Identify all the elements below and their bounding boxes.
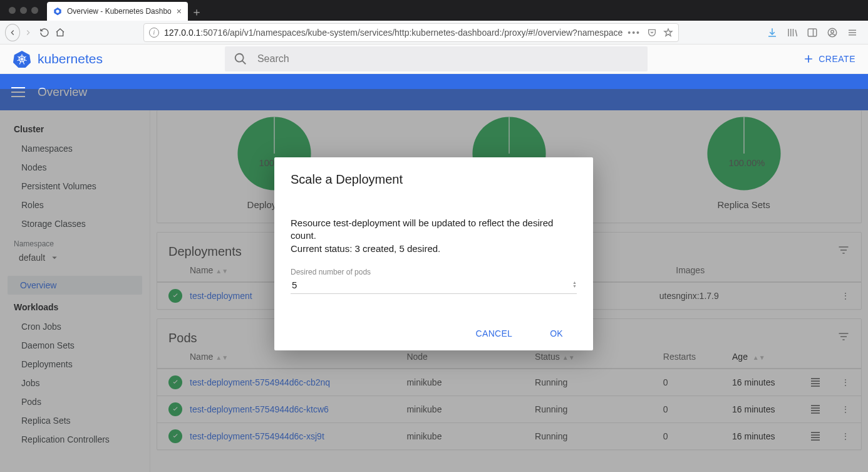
menu-icon[interactable] [847,27,858,38]
browser-tab[interactable]: Overview - Kubernetes Dashbo × [47,2,188,21]
field-label: Desired number of pods [291,268,577,276]
forward-button[interactable] [20,23,36,42]
home-button[interactable] [52,23,68,42]
create-label: CREATE [819,54,855,64]
svg-rect-2 [808,29,817,36]
kubernetes-logo-icon [13,50,31,68]
site-info-icon[interactable]: i [149,28,159,38]
browser-toolbar: i 127.0.0.1:50716/api/v1/namespaces/kube… [0,21,868,45]
search-input[interactable] [256,53,639,65]
create-button[interactable]: CREATE [802,53,855,65]
scale-deployment-dialog: Scale a Deployment Resource test-deploym… [274,157,593,350]
ok-button[interactable]: OK [546,328,567,339]
window-close-dot[interactable] [9,7,16,14]
more-url-icon[interactable]: ••• [628,28,641,38]
sidebar-icon[interactable] [807,27,818,38]
window-max-dot[interactable] [31,7,38,14]
cancel-button[interactable]: CANCEL [472,328,517,339]
url-bar[interactable]: i 127.0.0.1:50716/api/v1/namespaces/kube… [143,23,679,42]
window-min-dot[interactable] [20,7,27,14]
app-brand-text: kubernetes [38,51,103,66]
svg-point-4 [831,30,834,33]
dialog-body: Resource test-deployment will be updated… [291,217,577,255]
svg-point-1 [56,9,59,13]
app-header: kubernetes CREATE [0,45,868,74]
kubernetes-favicon-icon [53,7,62,16]
window-controls [0,7,47,14]
plus-icon [802,53,815,65]
new-tab-button[interactable]: ＋ [188,3,205,21]
reload-button[interactable] [36,23,53,42]
tab-close-icon[interactable]: × [177,6,182,16]
pocket-icon[interactable] [647,28,657,38]
url-text: 127.0.0.1:50716/api/v1/namespaces/kube-s… [164,28,623,38]
library-icon[interactable] [787,27,798,38]
bookmark-star-icon[interactable] [663,28,673,38]
search-box[interactable] [225,46,648,71]
browser-tabstrip: Overview - Kubernetes Dashbo × ＋ [0,0,868,21]
downloads-icon[interactable] [767,27,778,38]
search-icon [234,52,247,66]
desired-pods-field[interactable]: ▲▼ [291,276,577,294]
browser-tab-title: Overview - Kubernetes Dashbo [67,7,172,16]
app-logo[interactable]: kubernetes [13,50,103,68]
back-button[interactable] [5,24,20,41]
account-icon[interactable] [827,27,838,38]
desired-pods-input[interactable] [291,279,572,291]
dialog-title: Scale a Deployment [291,172,577,187]
number-stepper-icon[interactable]: ▲▼ [572,281,577,288]
